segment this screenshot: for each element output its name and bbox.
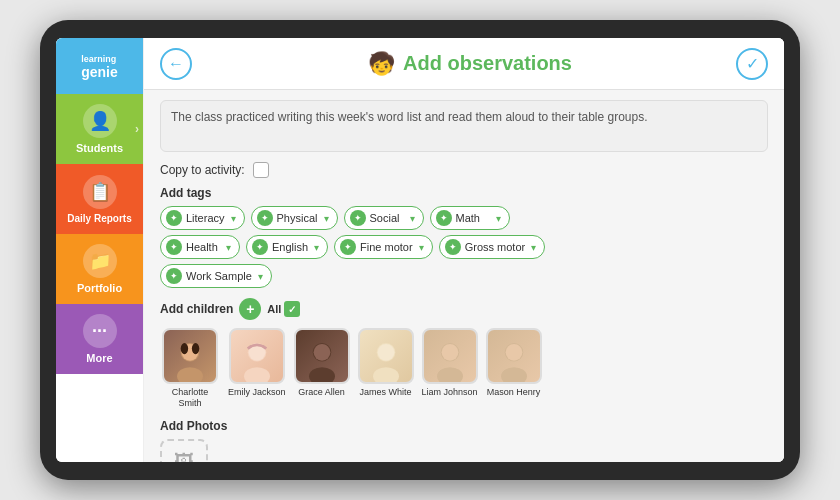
tag-social-icon: ✦ bbox=[350, 210, 366, 226]
tag-health-label: Health bbox=[186, 241, 220, 253]
add-photo-button[interactable]: 🖼 bbox=[160, 439, 208, 462]
child-grace-avatar bbox=[294, 328, 350, 384]
tag-fine-motor[interactable]: ✦ Fine motor ▾ bbox=[334, 235, 433, 259]
copy-checkbox[interactable] bbox=[253, 162, 269, 178]
child-emily-avatar bbox=[229, 328, 285, 384]
svg-point-13 bbox=[377, 344, 394, 361]
add-child-button[interactable]: + bbox=[239, 298, 261, 320]
tag-fine-motor-label: Fine motor bbox=[360, 241, 413, 253]
tag-social-chevron-icon: ▾ bbox=[410, 213, 415, 224]
svg-point-15 bbox=[437, 367, 463, 384]
back-button[interactable]: ← bbox=[160, 48, 192, 80]
tag-literacy-label: Literacy bbox=[186, 212, 225, 224]
tag-work-sample-icon: ✦ bbox=[166, 268, 182, 284]
tag-social-label: Social bbox=[370, 212, 404, 224]
child-mason[interactable]: Mason Henry bbox=[486, 328, 542, 409]
tag-fine-motor-chevron-icon: ▾ bbox=[419, 242, 424, 253]
add-photo-icon: 🖼 bbox=[174, 451, 194, 462]
tag-work-sample[interactable]: ✦ Work Sample ▾ bbox=[160, 264, 272, 288]
add-children-row: Add children + All ✓ bbox=[160, 298, 768, 320]
tag-health[interactable]: ✦ Health ▾ bbox=[160, 235, 240, 259]
add-photos-label: Add Photos bbox=[160, 419, 768, 433]
tag-math[interactable]: ✦ Math ▾ bbox=[430, 206, 510, 230]
svg-point-16 bbox=[441, 344, 458, 361]
child-grace-name: Grace Allen bbox=[298, 387, 345, 398]
tag-math-icon: ✦ bbox=[436, 210, 452, 226]
tags-row-3: ✦ Work Sample ▾ bbox=[160, 264, 768, 288]
svg-point-9 bbox=[309, 367, 335, 384]
svg-point-6 bbox=[244, 367, 270, 384]
students-icon: 👤 bbox=[83, 104, 117, 138]
logo-line1: learning bbox=[81, 54, 118, 65]
tag-math-label: Math bbox=[456, 212, 490, 224]
tag-fine-motor-icon: ✦ bbox=[340, 239, 356, 255]
back-icon: ← bbox=[168, 55, 184, 73]
students-chevron-icon: › bbox=[135, 122, 139, 136]
sidebar-item-portfolio[interactable]: 📁 Portfolio bbox=[56, 234, 143, 304]
sidebar-portfolio-label: Portfolio bbox=[77, 282, 122, 294]
copy-label: Copy to activity: bbox=[160, 163, 245, 177]
tag-english-icon: ✦ bbox=[252, 239, 268, 255]
main-content: ← 🧒 Add observations ✓ The class practic… bbox=[144, 38, 784, 462]
copy-row: Copy to activity: bbox=[160, 162, 768, 178]
sidebar-students-label: Students bbox=[76, 142, 123, 154]
title-person-icon: 🧒 bbox=[368, 51, 395, 77]
tag-work-sample-label: Work Sample bbox=[186, 270, 252, 282]
sidebar-item-students[interactable]: 👤 Students › bbox=[56, 94, 143, 164]
sidebar-more-label: More bbox=[86, 352, 112, 364]
check-icon: ✓ bbox=[746, 54, 759, 73]
child-charlotte-avatar bbox=[162, 328, 218, 384]
tag-work-sample-chevron-icon: ▾ bbox=[258, 271, 263, 282]
logo-line2: genie bbox=[81, 64, 118, 80]
child-liam-name: Liam Johnson bbox=[422, 387, 478, 398]
content-area: The class practiced writing this week's … bbox=[144, 90, 784, 462]
child-emily-name: Emily Jackson bbox=[228, 387, 286, 398]
sidebar: learning genie 👤 Students › 📋 Daily Repo… bbox=[56, 38, 144, 462]
portfolio-icon: 📁 bbox=[83, 244, 117, 278]
child-james-name: James White bbox=[360, 387, 412, 398]
sidebar-item-more[interactable]: ··· More bbox=[56, 304, 143, 374]
tag-physical-chevron-icon: ▾ bbox=[324, 213, 329, 224]
more-icon: ··· bbox=[83, 314, 117, 348]
child-charlotte[interactable]: Charlotte Smith bbox=[160, 328, 220, 409]
child-charlotte-name: Charlotte Smith bbox=[160, 387, 220, 409]
tag-social[interactable]: ✦ Social ▾ bbox=[344, 206, 424, 230]
child-grace[interactable]: Grace Allen bbox=[294, 328, 350, 409]
tag-english-label: English bbox=[272, 241, 308, 253]
confirm-button[interactable]: ✓ bbox=[736, 48, 768, 80]
child-liam-avatar bbox=[422, 328, 478, 384]
tags-row-2: ✦ Health ▾ ✦ English ▾ ✦ Fine motor bbox=[160, 235, 768, 259]
child-liam[interactable]: Liam Johnson bbox=[422, 328, 478, 409]
tag-gross-motor-chevron-icon: ▾ bbox=[531, 242, 536, 253]
tag-gross-motor[interactable]: ✦ Gross motor ▾ bbox=[439, 235, 546, 259]
sidebar-item-daily-reports[interactable]: 📋 Daily Reports bbox=[56, 164, 143, 234]
svg-point-18 bbox=[501, 367, 527, 384]
svg-point-19 bbox=[505, 344, 522, 361]
child-emily[interactable]: Emily Jackson bbox=[228, 328, 286, 409]
svg-point-10 bbox=[313, 344, 330, 361]
child-mason-name: Mason Henry bbox=[487, 387, 541, 398]
tag-gross-motor-label: Gross motor bbox=[465, 241, 526, 253]
tag-english[interactable]: ✦ English ▾ bbox=[246, 235, 328, 259]
tag-math-chevron-icon: ▾ bbox=[496, 213, 501, 224]
daily-reports-icon: 📋 bbox=[83, 175, 117, 209]
tag-english-chevron-icon: ▾ bbox=[314, 242, 319, 253]
all-label: All bbox=[267, 303, 281, 315]
top-bar: ← 🧒 Add observations ✓ bbox=[144, 38, 784, 90]
add-tags-label: Add tags bbox=[160, 186, 768, 200]
tablet-screen: learning genie 👤 Students › 📋 Daily Repo… bbox=[56, 38, 784, 462]
tag-literacy[interactable]: ✦ Literacy ▾ bbox=[160, 206, 245, 230]
child-james[interactable]: James White bbox=[358, 328, 414, 409]
child-james-avatar bbox=[358, 328, 414, 384]
observation-text[interactable]: The class practiced writing this week's … bbox=[160, 100, 768, 152]
svg-point-3 bbox=[181, 343, 188, 354]
svg-point-12 bbox=[373, 367, 399, 384]
tag-physical-label: Physical bbox=[277, 212, 318, 224]
all-check-row: All ✓ bbox=[267, 301, 300, 317]
children-list: Charlotte Smith Emily Jackson bbox=[160, 328, 768, 409]
tag-physical[interactable]: ✦ Physical ▾ bbox=[251, 206, 338, 230]
tag-literacy-icon: ✦ bbox=[166, 210, 182, 226]
all-checkbox[interactable]: ✓ bbox=[284, 301, 300, 317]
svg-point-1 bbox=[177, 367, 203, 384]
page-title: 🧒 Add observations bbox=[204, 51, 736, 77]
